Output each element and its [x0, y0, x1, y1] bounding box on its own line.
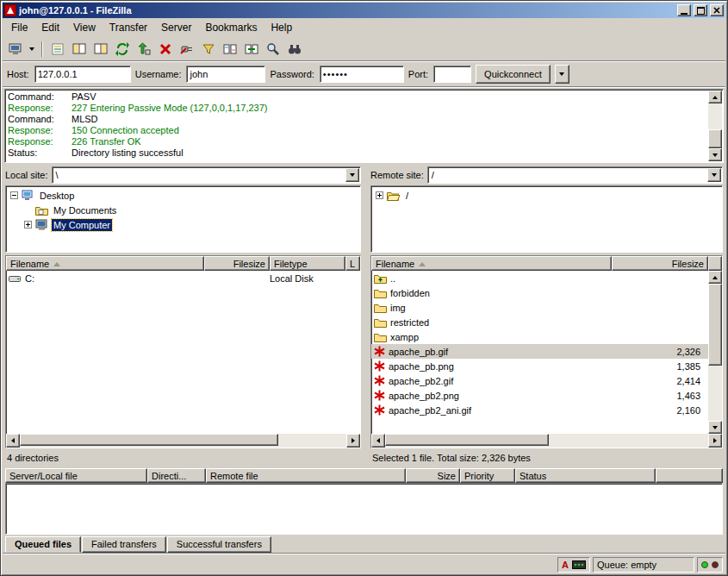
queue-column-server-local-file[interactable]: Server/Local file [5, 468, 147, 483]
column-header-lastmodified[interactable]: L [345, 256, 360, 271]
file-row[interactable]: apache_pb2_ani.gif 2,160 [371, 403, 708, 417]
scrollbar-thumb[interactable] [385, 434, 549, 446]
remote-horizontal-scrollbar[interactable] [371, 434, 722, 448]
collapse-icon[interactable] [10, 191, 18, 199]
tree-item-desktop[interactable]: Desktop [6, 188, 360, 203]
menu-help[interactable]: Help [264, 19, 299, 36]
toolbar [3, 37, 725, 61]
tab-successful-transfers[interactable]: Successful transfers [167, 536, 271, 553]
minimize-button[interactable] [677, 4, 691, 16]
scroll-right-button[interactable] [346, 434, 360, 448]
scroll-down-button[interactable] [708, 148, 722, 161]
local-tree-icon [72, 42, 86, 56]
queue-body[interactable] [5, 483, 723, 535]
maximize-button[interactable] [694, 4, 707, 16]
tree-item-label[interactable]: / [404, 190, 410, 202]
tree-item-label[interactable]: My Documents [52, 204, 118, 216]
scroll-right-button[interactable] [708, 434, 722, 448]
menu-file[interactable]: File [4, 19, 34, 36]
tree-item-my-computer[interactable]: My Computer [6, 217, 360, 232]
close-button[interactable] [710, 4, 724, 16]
synchronized-browsing-button[interactable] [241, 40, 262, 59]
column-header-filename[interactable]: Filename [6, 256, 204, 271]
tree-item-root[interactable]: / [371, 188, 722, 203]
toggle-remote-tree-button[interactable] [90, 40, 111, 59]
scrollbar-track[interactable] [20, 434, 346, 448]
tree-item-label[interactable]: My Computer [52, 219, 112, 231]
expand-icon[interactable] [376, 191, 383, 199]
remote-tree: / [370, 185, 723, 253]
quickconnect-dropdown-button[interactable] [555, 65, 569, 84]
tab-failed-transfers[interactable]: Failed transfers [82, 536, 166, 553]
local-site-dropdown-button[interactable] [345, 168, 359, 182]
column-header-filesize[interactable]: Filesize [612, 256, 708, 271]
cancel-button[interactable] [155, 40, 176, 59]
column-header-filesize[interactable]: Filesize [204, 256, 270, 271]
file-row[interactable]: forbidden [371, 285, 708, 300]
menu-bookmarks[interactable]: Bookmarks [198, 19, 264, 36]
file-row[interactable]: apache_pb2.png 1,463 [371, 388, 708, 403]
title-bar[interactable]: john@127.0.0.1 - FileZilla [3, 3, 725, 18]
file-row-selected[interactable]: apache_pb.gif 2,326 [371, 344, 708, 359]
scroll-down-button[interactable] [708, 421, 722, 434]
file-row[interactable]: xampp [371, 329, 708, 344]
menu-edit[interactable]: Edit [34, 19, 66, 36]
site-manager-dropdown-button[interactable] [27, 40, 37, 59]
column-header-filename[interactable]: Filename [371, 256, 612, 271]
host-input[interactable] [34, 66, 131, 83]
toggle-local-tree-button[interactable] [69, 40, 90, 59]
file-row[interactable]: .. [371, 271, 708, 285]
column-header-filetype[interactable]: Filetype [270, 256, 345, 271]
disconnect-button[interactable] [177, 40, 197, 59]
my-computer-icon [35, 219, 48, 230]
scrollbar-thumb[interactable] [708, 129, 722, 148]
local-site-combobox[interactable]: \ [52, 166, 361, 184]
username-input[interactable] [186, 66, 265, 83]
remote-site-dropdown-button[interactable] [707, 168, 721, 182]
scrollbar-track[interactable] [385, 434, 708, 448]
remote-site-combobox[interactable]: / [427, 166, 723, 184]
scrollbar-track[interactable] [708, 103, 722, 148]
file-row[interactable]: apache_pb.png 1,385 [371, 359, 708, 373]
log-vertical-scrollbar[interactable] [708, 91, 722, 161]
refresh-button[interactable] [112, 40, 133, 59]
process-queue-button[interactable] [134, 40, 154, 59]
scroll-up-button[interactable] [708, 91, 722, 103]
search-button[interactable] [263, 40, 283, 59]
file-row[interactable]: apache_pb2.gif 2,414 [371, 373, 708, 388]
queue-column-priority[interactable]: Priority [460, 468, 515, 483]
port-input[interactable] [433, 66, 471, 83]
remote-vertical-scrollbar[interactable] [708, 271, 722, 434]
local-horizontal-scrollbar[interactable] [6, 434, 360, 448]
queue-column-size[interactable]: Size [406, 468, 460, 483]
password-input[interactable] [320, 66, 404, 83]
tab-queued-files[interactable]: Queued files [5, 536, 81, 553]
scrollbar-thumb[interactable] [20, 434, 278, 446]
local-status-text: 4 directories [3, 448, 364, 466]
file-row-c-drive[interactable]: C: Local Disk [6, 271, 360, 285]
menu-transfer[interactable]: Transfer [103, 19, 154, 36]
expand-icon[interactable] [24, 221, 32, 229]
file-row[interactable]: img [371, 300, 708, 315]
queue-column-remote-file[interactable]: Remote file [206, 468, 406, 483]
scroll-left-button[interactable] [6, 434, 20, 448]
quickconnect-button[interactable]: Quickconnect [476, 65, 551, 84]
toggle-message-log-button[interactable] [47, 40, 68, 59]
queue-column-status[interactable]: Status [515, 468, 656, 483]
site-manager-button[interactable] [5, 40, 26, 59]
scroll-up-button[interactable] [708, 271, 722, 284]
minimize-icon [681, 13, 688, 15]
find-files-button[interactable] [284, 40, 305, 59]
menu-server[interactable]: Server [154, 19, 198, 36]
site-manager-icon [9, 42, 22, 56]
directory-comparison-button[interactable] [220, 40, 240, 59]
scrollbar-thumb[interactable] [708, 284, 722, 366]
tree-item-my-documents[interactable]: My Documents [6, 203, 360, 217]
tree-item-label[interactable]: Desktop [38, 190, 76, 202]
queue-column-direction[interactable]: Directi... [147, 468, 206, 483]
file-row[interactable]: restricted [371, 315, 708, 329]
filter-button[interactable] [198, 40, 219, 59]
scroll-left-button[interactable] [371, 434, 385, 448]
menu-view[interactable]: View [66, 19, 103, 36]
scrollbar-track[interactable] [708, 284, 722, 421]
